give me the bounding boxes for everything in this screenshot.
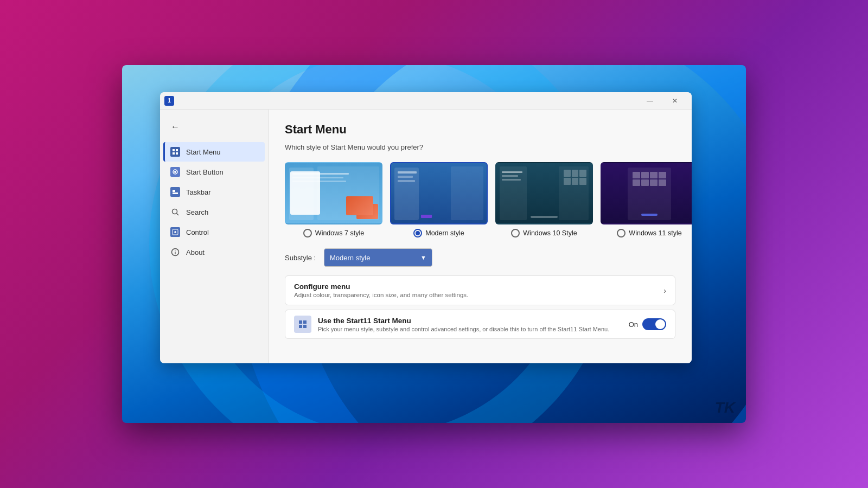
about-icon: i: [170, 247, 181, 258]
svg-rect-18: [303, 325, 307, 328]
about-label: About: [186, 248, 205, 256]
main-content: Start Menu Which style of Start Menu wou…: [269, 110, 692, 363]
control-label: Control: [186, 228, 209, 236]
substyle-label: Substyle :: [285, 254, 317, 262]
sidebar-item-about[interactable]: i About: [163, 242, 265, 262]
style-option-win10[interactable]: Windows 10 Style: [495, 162, 593, 237]
start-menu-label: Start Menu: [186, 148, 221, 156]
style-preview-win11: [601, 162, 692, 224]
taskbar-label: Taskbar: [186, 188, 211, 196]
sidebar-item-start-button[interactable]: Start Button: [163, 162, 265, 182]
sidebar-item-taskbar[interactable]: Taskbar: [163, 182, 265, 202]
sidebar-item-control[interactable]: Control: [163, 222, 265, 242]
start11-icon: [294, 316, 311, 333]
configure-menu-row[interactable]: Configure menu Adjust colour, transparen…: [285, 275, 675, 305]
radio-modern[interactable]: Modern style: [413, 229, 464, 237]
svg-rect-15: [299, 320, 302, 324]
radio-circle-win11: [617, 229, 626, 237]
app-window: 1 — ✕ ←: [160, 92, 692, 363]
radio-circle-win7: [303, 229, 312, 237]
configure-desc: Adjust colour, transparency, icon size, …: [294, 292, 468, 298]
use-start11-text: Use the Start11 Start Menu Pick your men…: [318, 317, 622, 332]
svg-line-9: [177, 214, 179, 216]
svg-rect-17: [299, 325, 302, 328]
start-button-label: Start Button: [186, 168, 224, 176]
style-grid: Windows 7 style: [285, 162, 675, 237]
start-menu-icon: [170, 146, 181, 157]
radio-circle-win10: [511, 229, 520, 237]
search-label: Search: [186, 208, 208, 216]
style-subtitle: Which style of Start Menu would you pref…: [285, 143, 675, 151]
minimize-button[interactable]: —: [637, 92, 662, 110]
radio-win11[interactable]: Windows 11 style: [617, 229, 681, 237]
style-preview-modern: [390, 162, 488, 224]
radio-circle-modern: [413, 229, 422, 237]
svg-rect-6: [173, 192, 178, 194]
radio-win7[interactable]: Windows 7 style: [303, 229, 364, 237]
sidebar-item-search[interactable]: Search: [163, 202, 265, 222]
svg-rect-2: [173, 152, 175, 155]
svg-rect-1: [176, 149, 178, 151]
use-start11-desc: Pick your menu style, substyle and contr…: [318, 326, 622, 332]
substyle-select[interactable]: Modern style ▼: [324, 248, 432, 267]
win11-label: Windows 11 style: [629, 229, 681, 237]
svg-rect-7: [173, 190, 175, 192]
style-option-win7[interactable]: Windows 7 style: [285, 162, 382, 237]
svg-text:i: i: [175, 250, 176, 255]
page-title: Start Menu: [285, 123, 675, 137]
dropdown-arrow-icon: ▼: [420, 254, 426, 261]
window-body: ← Start Menu: [160, 110, 692, 363]
desktop-frame: 1 — ✕ ←: [122, 65, 746, 423]
win7-label: Windows 7 style: [315, 229, 364, 237]
modern-label: Modern style: [425, 229, 464, 237]
style-option-win11[interactable]: Windows 11 style: [601, 162, 692, 237]
use-start11-row: Use the Start11 Start Menu Pick your men…: [285, 310, 675, 339]
sidebar: ← Start Menu: [160, 110, 269, 363]
control-icon: [170, 227, 181, 237]
chevron-right-icon: ›: [663, 286, 666, 295]
svg-rect-16: [303, 320, 307, 324]
start11-toggle[interactable]: [642, 318, 666, 330]
toggle-on-label: On: [629, 320, 638, 329]
style-option-modern[interactable]: Modern style: [390, 162, 488, 237]
title-bar: 1 — ✕: [160, 92, 692, 110]
radio-win10[interactable]: Windows 10 Style: [511, 229, 577, 237]
taskbar-icon: [170, 187, 181, 197]
substyle-row: Substyle : Modern style ▼: [285, 248, 675, 267]
toggle-group: On: [629, 318, 666, 330]
style-preview-win10: [495, 162, 593, 224]
app-icon: 1: [164, 96, 174, 106]
back-button[interactable]: ←: [167, 118, 184, 136]
watermark: TK: [715, 399, 735, 416]
svg-rect-3: [176, 152, 178, 155]
svg-rect-0: [173, 149, 175, 151]
svg-point-5: [174, 171, 176, 173]
close-button[interactable]: ✕: [662, 92, 687, 110]
configure-menu-text: Configure menu Adjust colour, transparen…: [294, 282, 468, 298]
sidebar-item-start-menu[interactable]: Start Menu: [163, 142, 265, 162]
win10-label: Windows 10 Style: [523, 229, 577, 237]
search-icon: [170, 207, 181, 217]
start-button-icon: [170, 166, 181, 177]
svg-point-8: [173, 209, 177, 214]
configure-title: Configure menu: [294, 282, 468, 291]
substyle-value: Modern style: [330, 254, 370, 262]
style-preview-win7: [285, 162, 382, 224]
use-start11-title: Use the Start11 Start Menu: [318, 317, 622, 325]
